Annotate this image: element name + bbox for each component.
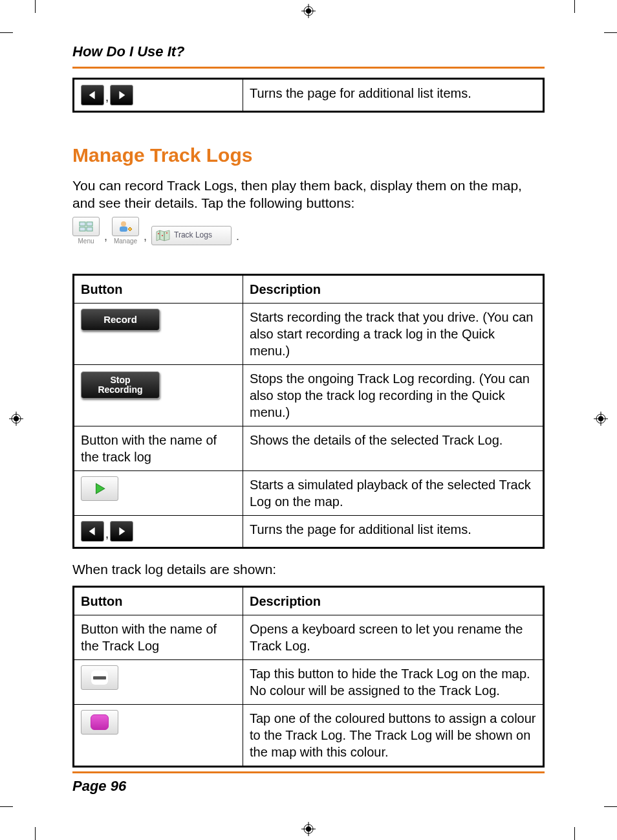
cell-button: Record — [74, 304, 243, 365]
page-sheet: How Do I Use It? , Turns the page for ad… — [0, 0, 617, 840]
track-log-details-table: Button Description Button with the name … — [72, 586, 545, 768]
crop-mark — [35, 0, 36, 13]
menu-icon: Menu — [72, 217, 100, 245]
play-button-icon — [81, 476, 118, 501]
svg-point-22 — [121, 221, 126, 227]
arrow-left-icon — [81, 521, 104, 542]
footer-rule — [72, 771, 545, 773]
record-button-icon: Record — [81, 309, 160, 331]
cell-description: Opens a keyboard screen to let you renam… — [243, 615, 544, 660]
svg-marker-27 — [96, 483, 105, 493]
crop-mark — [604, 806, 617, 807]
page-number: Page 96 — [72, 777, 545, 796]
page-arrows-icon: , — [81, 85, 133, 105]
track-log-buttons-table: Button Description Record Starts recordi… — [72, 274, 545, 549]
cell-description: Turns the page for additional list items… — [243, 78, 544, 111]
header-rule — [72, 67, 545, 69]
tracklogs-icon: Track Logs — [151, 226, 232, 245]
table-row: , Turns the page for additional list ite… — [74, 516, 544, 548]
colour-swatch-icon — [81, 710, 118, 735]
svg-point-24 — [158, 233, 159, 234]
table-row: Tap this button to hide the Track Log on… — [74, 660, 544, 705]
table-row: Starts a simulated playback of the selec… — [74, 471, 544, 516]
crop-mark — [0, 806, 13, 807]
cell-description: Turns the page for additional list items… — [243, 516, 544, 548]
arrow-right-icon — [110, 85, 133, 105]
col-header-description: Description — [243, 587, 544, 615]
section-intro: You can record Track Logs, then play the… — [72, 177, 545, 212]
cell-description: Tap one of the coloured buttons to assig… — [243, 705, 544, 767]
crop-mark — [574, 827, 575, 840]
table-header-row: Button Description — [74, 587, 544, 615]
svg-point-26 — [166, 232, 168, 234]
arrow-left-icon — [81, 85, 104, 105]
cell-description: Tap this button to hide the Track Log on… — [243, 660, 544, 705]
cell-description: Shows the details of the selected Track … — [243, 426, 544, 471]
running-head: How Do I Use It? — [72, 43, 545, 65]
col-header-button: Button — [74, 587, 243, 615]
footer: Page 96 — [72, 771, 545, 796]
table-row: Tap one of the coloured buttons to assig… — [74, 705, 544, 767]
cell-description: Stops the ongoing Track Log recording. (… — [243, 365, 544, 426]
table-row: Button with the name of the track log Sh… — [74, 426, 544, 471]
crop-mark — [0, 32, 13, 33]
manage-icon-label: Manage — [114, 237, 137, 245]
cell-button: , — [74, 516, 243, 548]
svg-rect-21 — [87, 227, 92, 231]
svg-marker-16 — [89, 91, 95, 99]
cell-button — [74, 471, 243, 516]
page-arrows-icon: , — [81, 521, 133, 542]
table-row: Button with the name of the Track Log Op… — [74, 615, 544, 660]
svg-rect-19 — [87, 222, 92, 226]
svg-marker-17 — [119, 91, 125, 99]
content-area: How Do I Use It? , Turns the page for ad… — [72, 43, 545, 768]
cell-button: Button with the name of the track log — [74, 426, 243, 471]
svg-rect-23 — [120, 227, 127, 232]
crop-mark — [574, 0, 575, 13]
crop-mark — [35, 827, 36, 840]
col-header-description: Description — [243, 275, 544, 304]
manage-icon: Manage — [112, 217, 139, 245]
table-row: Stop Recording Stops the ongoing Track L… — [74, 365, 544, 426]
cell-description: Starts a simulated playback of the selec… — [243, 471, 544, 516]
section-heading: Manage Track Logs — [72, 142, 545, 168]
cell-button — [74, 660, 243, 705]
cell-description: Starts recording the track that you driv… — [243, 304, 544, 365]
tracklogs-icon-label: Track Logs — [174, 230, 212, 241]
registration-mark-icon — [301, 822, 316, 836]
details-caption: When track log details are shown: — [72, 560, 545, 578]
registration-mark-icon — [301, 4, 316, 18]
top-arrow-table: , Turns the page for additional list ite… — [72, 78, 545, 113]
svg-marker-28 — [89, 527, 95, 536]
crop-mark — [604, 32, 617, 33]
svg-rect-20 — [80, 227, 85, 231]
svg-marker-29 — [119, 527, 125, 536]
col-header-button: Button — [74, 275, 243, 304]
table-row: , Turns the page for additional list ite… — [74, 78, 544, 111]
table-header-row: Button Description — [74, 275, 544, 304]
nav-icon-row: Menu , Manage , Track Logs . — [72, 217, 545, 245]
svg-rect-18 — [80, 222, 85, 226]
cell-button: Stop Recording — [74, 365, 243, 426]
arrow-right-icon — [110, 521, 133, 542]
registration-mark-icon — [9, 412, 23, 426]
menu-icon-label: Menu — [78, 237, 94, 245]
cell-button: Button with the name of the Track Log — [74, 615, 243, 660]
table-row: Record Starts recording the track that y… — [74, 304, 544, 365]
svg-point-25 — [162, 235, 163, 236]
cell-button — [74, 705, 243, 767]
stop-recording-button-icon: Stop Recording — [81, 371, 160, 399]
registration-mark-icon — [594, 412, 608, 426]
cell-button: , — [74, 78, 243, 111]
hide-tracklog-icon — [81, 665, 118, 690]
